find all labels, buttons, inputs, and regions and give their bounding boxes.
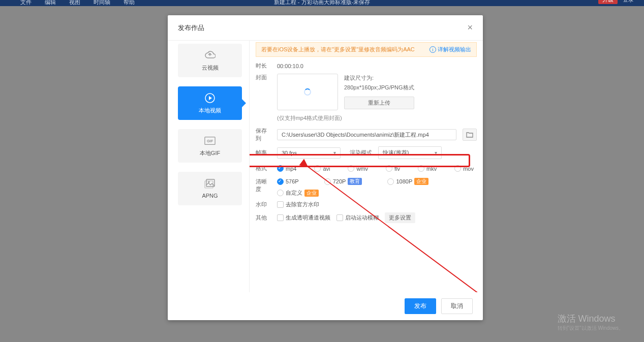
chevron-down-icon: ▾ xyxy=(333,150,336,156)
duration-value: 00:00:10.0 xyxy=(277,63,303,69)
transparent-channel-checkbox[interactable]: 生成透明通道视频 xyxy=(277,214,330,222)
warning-text: 若要在iOS设备上播放，请在"更多设置"里修改音频编码为AAC xyxy=(261,46,415,53)
svg-point-4 xyxy=(208,181,210,183)
format-mov-radio[interactable]: mov xyxy=(454,165,474,172)
saveto-label: 保存到 xyxy=(256,127,271,142)
windows-activation-watermark: 激活 Windows 转到"设置"以激活 Windows。 xyxy=(558,313,624,332)
duration-label: 时长 xyxy=(256,62,271,70)
format-wmv-radio[interactable]: wmv xyxy=(348,165,368,172)
app-top-bar: 文件 编辑 视图 时间轴 帮助 新建工程 - 万彩动画大师标准版-未保存 升级 … xyxy=(0,0,644,6)
publish-dialog: 发布作品 × 云视频 本地视频 GIF 本地GIF APNG 若要在iO xyxy=(168,15,483,320)
format-mp4-radio[interactable]: mp4 xyxy=(277,165,296,172)
info-icon: i xyxy=(430,46,436,53)
cover-hint-title: 建议尺寸为: xyxy=(344,74,414,82)
publish-sidebar: 云视频 本地视频 GIF 本地GIF APNG xyxy=(168,41,249,292)
browse-folder-button[interactable] xyxy=(463,129,477,141)
menu-help[interactable]: 帮助 xyxy=(124,0,135,6)
menu-edit[interactable]: 编辑 xyxy=(45,0,56,6)
render-mode-select[interactable]: 快速(推荐)▾ xyxy=(378,146,442,159)
app-title: 新建工程 - 万彩动画大师标准版-未保存 xyxy=(274,0,370,6)
format-mkv-radio[interactable]: mkv xyxy=(418,165,437,172)
format-label: 格式 xyxy=(256,165,271,172)
menu-file[interactable]: 文件 xyxy=(20,0,32,6)
format-flv-radio[interactable]: flv xyxy=(386,165,400,172)
ios-warning-bar: 若要在iOS设备上播放，请在"更多设置"里修改音频编码为AAC i 详解视频输出 xyxy=(256,42,477,57)
play-circle-icon xyxy=(204,92,216,104)
motion-blur-checkbox[interactable]: 启动运动模糊 xyxy=(336,214,379,222)
sidebar-item-label: 本地GIF xyxy=(200,149,220,157)
quality-label: 清晰度 xyxy=(256,178,271,193)
image-icon xyxy=(204,178,216,190)
login-link[interactable]: 登录 xyxy=(623,0,634,4)
remove-watermark-checkbox[interactable]: 去除官方水印 xyxy=(277,201,319,208)
fps-label: 帧率 xyxy=(256,149,271,157)
cover-preview[interactable] xyxy=(277,74,338,110)
quality-576p-radio[interactable]: 576P xyxy=(277,178,299,185)
fps-select[interactable]: 30 fps▾ xyxy=(277,147,341,159)
menu-timeline[interactable]: 时间轴 xyxy=(94,0,110,6)
quality-custom-radio[interactable]: 自定义企业 xyxy=(277,189,319,197)
cancel-button[interactable]: 取消 xyxy=(441,298,473,314)
loading-spinner-icon xyxy=(304,88,311,96)
sidebar-local-gif[interactable]: GIF 本地GIF xyxy=(178,129,242,163)
gif-icon: GIF xyxy=(204,135,216,146)
sidebar-item-label: APNG xyxy=(202,193,218,199)
upgrade-button[interactable]: 升级 xyxy=(598,0,618,4)
other-label: 其他 xyxy=(256,214,271,222)
quality-720p-radio[interactable]: 720P教育 xyxy=(324,178,362,185)
cloud-icon xyxy=(204,50,216,61)
render-label: 渲染模式 xyxy=(347,149,372,157)
sidebar-cloud-video[interactable]: 云视频 xyxy=(178,44,242,77)
save-path-input[interactable] xyxy=(277,129,456,140)
sidebar-apng[interactable]: APNG xyxy=(178,172,242,205)
publish-button[interactable]: 发布 xyxy=(405,298,436,314)
quality-1080p-radio[interactable]: 1080P企业 xyxy=(387,178,428,185)
menu-view[interactable]: 视图 xyxy=(69,0,80,6)
chevron-down-icon: ▾ xyxy=(435,150,437,156)
folder-icon xyxy=(466,132,473,138)
dialog-title: 发布作品 xyxy=(178,23,204,33)
close-icon[interactable]: × xyxy=(467,22,473,33)
svg-text:GIF: GIF xyxy=(207,138,213,143)
format-avi-radio[interactable]: avi xyxy=(314,165,330,172)
cover-hint-body: 280px*160px;JPG/PNG格式 xyxy=(344,83,414,92)
watermark-label: 水印 xyxy=(256,201,271,208)
reupload-button[interactable]: 重新上传 xyxy=(344,97,414,109)
publish-main: 若要在iOS设备上播放，请在"更多设置"里修改音频编码为AAC i 详解视频输出… xyxy=(249,41,483,292)
dialog-footer: 发布 取消 xyxy=(168,292,483,320)
cover-label: 封面 xyxy=(256,74,271,81)
cover-note: (仅支持mp4格式使用封面) xyxy=(277,114,477,122)
more-settings-button[interactable]: 更多设置 xyxy=(385,212,415,223)
sidebar-item-label: 本地视频 xyxy=(199,107,221,114)
sidebar-item-label: 云视频 xyxy=(202,64,219,72)
sidebar-local-video[interactable]: 本地视频 xyxy=(178,86,242,120)
video-output-help-link[interactable]: i 详解视频输出 xyxy=(430,46,471,53)
